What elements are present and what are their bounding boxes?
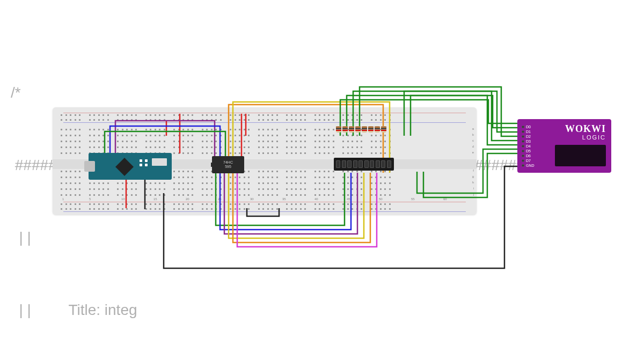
pin-hole-icon <box>522 126 524 128</box>
logic-screen <box>555 145 606 166</box>
led-bar-graph[interactable] <box>334 158 394 171</box>
board-led-icon <box>140 159 142 162</box>
col-label: 15 <box>153 197 157 201</box>
logic-brand-label: WOKWI <box>565 123 606 135</box>
code-line: | | Title: integ <box>11 298 558 322</box>
led-segment <box>342 160 346 168</box>
pin-hole-icon <box>522 130 524 133</box>
board-led-icon <box>145 164 148 166</box>
row-label: g <box>472 175 474 178</box>
logic-analyzer[interactable]: WOKWI LOGIC D0D1D2D3D4D5D6D7GND <box>517 119 611 173</box>
row-label: e <box>472 151 474 154</box>
logic-pin-row[interactable]: D1 <box>522 129 535 134</box>
hole-row <box>61 203 469 205</box>
led-segment <box>376 160 380 168</box>
col-label: 35 <box>282 197 286 201</box>
hole-row <box>61 114 469 116</box>
col-label: 50 <box>379 197 383 201</box>
resistor <box>349 124 354 134</box>
board-led-icon <box>145 159 148 162</box>
usb-port-icon <box>84 161 95 172</box>
pin-hole-icon <box>522 135 524 138</box>
pin-label: GND <box>526 164 535 167</box>
resistor <box>368 124 374 134</box>
arduino-nano[interactable] <box>89 153 172 180</box>
led-segment <box>370 160 374 168</box>
col-label: 40 <box>314 197 318 201</box>
pin-label: D5 <box>526 149 531 153</box>
resistor <box>381 124 386 134</box>
pin-label: D1 <box>526 130 531 134</box>
pin-label: D0 <box>526 125 531 129</box>
pin-hole-icon <box>522 145 524 148</box>
ic-74hc595[interactable]: 74HC 595 <box>212 156 244 173</box>
logic-pin-row[interactable]: D2 <box>522 134 535 139</box>
col-label: 1 <box>62 197 64 201</box>
board-led-icon <box>140 164 142 166</box>
col-label: 60 <box>443 197 447 201</box>
logic-subtitle: LOGIC <box>582 134 606 141</box>
col-label: 10 <box>121 197 125 201</box>
resistor <box>362 124 367 134</box>
code-line: | | <box>11 225 558 249</box>
mcu-chip-icon <box>115 158 134 176</box>
pin-hole-icon <box>522 155 524 157</box>
col-label: 25 <box>218 197 222 201</box>
pin-hole-icon <box>522 159 524 162</box>
ic-notch-icon <box>211 163 214 167</box>
led-segment <box>358 160 363 168</box>
col-label: 20 <box>186 197 189 201</box>
logic-pin-row[interactable]: D7 <box>522 158 535 163</box>
led-segment <box>353 160 357 168</box>
row-label: h <box>472 181 474 184</box>
led-segment <box>364 160 369 168</box>
row-label: b <box>472 133 474 136</box>
ic-sub: 595 <box>225 165 231 168</box>
hole-row <box>61 129 469 130</box>
pin-label: D7 <box>526 159 531 163</box>
hole-row <box>61 194 469 196</box>
pin-label: D6 <box>526 154 531 158</box>
power-rail-blue <box>63 122 466 126</box>
col-label: 5 <box>89 197 91 201</box>
row-label: i <box>473 187 474 190</box>
row-label: c <box>472 139 474 142</box>
hole-row <box>61 208 469 210</box>
col-label: 55 <box>411 197 415 201</box>
col-label: 30 <box>250 197 254 201</box>
pin-hole-icon <box>522 150 524 152</box>
logic-pin-row[interactable]: D4 <box>522 144 535 149</box>
row-label: d <box>472 145 474 148</box>
ic-label: 74HC 595 <box>223 160 233 170</box>
resistor-bank[interactable] <box>336 124 390 135</box>
reset-button-icon <box>152 158 167 166</box>
hole-row <box>61 182 469 184</box>
resistor <box>375 124 380 134</box>
hole-row <box>61 188 469 190</box>
pin-label: D3 <box>526 139 531 143</box>
pin-label: D4 <box>526 144 531 148</box>
resistor <box>355 124 361 134</box>
code-line: /* <box>11 80 558 105</box>
col-label: 45 <box>347 197 350 201</box>
logic-pin-row[interactable]: GND <box>522 163 535 168</box>
hole-row <box>61 135 469 136</box>
row-label: f <box>473 169 474 172</box>
logic-pin-row[interactable]: D0 <box>522 124 535 129</box>
led-segment <box>347 160 352 168</box>
row-label: j <box>473 193 474 196</box>
hole-row <box>61 141 469 142</box>
power-rail-blue <box>63 211 466 215</box>
ic-name: 74HC <box>223 160 233 164</box>
led-segment <box>387 160 391 168</box>
resistor <box>336 124 341 134</box>
logic-pin-row[interactable]: D3 <box>522 139 535 144</box>
hole-row <box>61 146 469 148</box>
row-label: a <box>472 127 474 130</box>
pin-hole-icon <box>522 164 524 167</box>
hole-row <box>61 119 469 121</box>
logic-pin-header: D0D1D2D3D4D5D6D7GND <box>522 124 535 168</box>
logic-pin-row[interactable]: D6 <box>522 153 535 158</box>
led-segment <box>336 160 340 168</box>
logic-pin-row[interactable]: D5 <box>522 149 535 153</box>
